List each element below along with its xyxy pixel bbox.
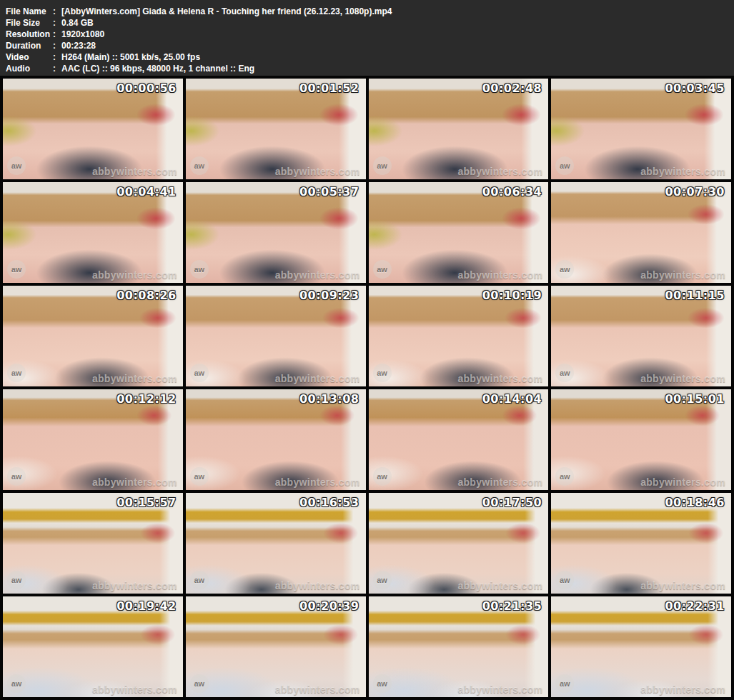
abbywinters-logo-icon: aw — [373, 364, 392, 382]
abbywinters-logo-icon: aw — [555, 467, 574, 486]
watermark-text: abbywinters.com — [457, 476, 542, 488]
timestamp-overlay: 00:22:31 — [665, 599, 725, 613]
metadata-value: AAC (LC) :: 96 kbps, 48000 Hz, 1 channel… — [61, 63, 728, 74]
metadata-label: Duration — [6, 40, 53, 51]
thumbnail: 00:01:52awabbywinters.com — [186, 79, 366, 179]
watermark-text: abbywinters.com — [275, 580, 360, 591]
watermark-text: abbywinters.com — [92, 269, 177, 281]
thumbnail: 00:00:56awabbywinters.com — [3, 79, 183, 179]
abbywinters-logo-icon: aw — [7, 674, 26, 693]
metadata-value: 0.84 GB — [61, 17, 728, 29]
timestamp-overlay: 00:00:56 — [116, 81, 177, 95]
metadata-row: Resolution:1920x1080 — [6, 29, 728, 40]
thumbnail: 00:13:08awabbywinters.com — [186, 389, 366, 490]
file-metadata: File Name:[AbbyWinters.com] Giada & Hele… — [0, 0, 734, 76]
metadata-row: File Name:[AbbyWinters.com] Giada & Hele… — [6, 6, 728, 17]
timestamp-overlay: 00:09:23 — [299, 289, 359, 302]
timestamp-overlay: 00:06:34 — [482, 185, 542, 199]
metadata-row: Audio:AAC (LC) :: 96 kbps, 48000 Hz, 1 c… — [6, 63, 728, 74]
watermark-text: abbywinters.com — [275, 476, 360, 488]
abbywinters-logo-icon: aw — [555, 364, 574, 382]
timestamp-overlay: 00:20:39 — [299, 599, 359, 613]
metadata-label: File Size — [6, 17, 53, 29]
timestamp-overlay: 00:19:42 — [116, 599, 177, 613]
abbywinters-logo-icon: aw — [7, 467, 26, 486]
metadata-separator: : — [53, 51, 61, 63]
thumbnail: 00:07:30awabbywinters.com — [551, 182, 731, 283]
abbywinters-logo-icon: aw — [7, 571, 26, 589]
timestamp-overlay: 00:07:30 — [665, 185, 725, 199]
watermark-text: abbywinters.com — [457, 269, 542, 281]
watermark-text: abbywinters.com — [92, 684, 177, 695]
abbywinters-logo-icon: aw — [190, 571, 209, 589]
abbywinters-logo-icon: aw — [373, 674, 392, 693]
metadata-row: Video:H264 (Main) :: 5001 kb/s, 25.00 fp… — [6, 51, 728, 63]
watermark-text: abbywinters.com — [275, 373, 360, 384]
thumbnail: 00:15:57awabbywinters.com — [3, 493, 183, 594]
watermark-text: abbywinters.com — [92, 373, 177, 384]
metadata-separator: : — [53, 6, 61, 17]
thumbnail: 00:03:45awabbywinters.com — [551, 79, 731, 179]
metadata-label: Video — [6, 51, 53, 63]
timestamp-overlay: 00:11:15 — [665, 289, 725, 302]
thumbnail: 00:12:12awabbywinters.com — [3, 389, 183, 490]
metadata-label: File Name — [6, 6, 53, 17]
watermark-text: abbywinters.com — [92, 476, 177, 488]
timestamp-overlay: 00:14:04 — [482, 392, 542, 406]
abbywinters-logo-icon: aw — [190, 467, 209, 486]
metadata-separator: : — [53, 63, 61, 74]
abbywinters-logo-icon: aw — [555, 674, 574, 693]
thumbnail: 00:14:04awabbywinters.com — [369, 389, 549, 490]
abbywinters-logo-icon: aw — [190, 674, 209, 693]
abbywinters-logo-icon: aw — [7, 364, 26, 382]
watermark-text: abbywinters.com — [640, 269, 725, 281]
watermark-text: abbywinters.com — [275, 684, 360, 695]
watermark-text: abbywinters.com — [640, 166, 725, 177]
thumbnail: 00:11:15awabbywinters.com — [551, 286, 731, 386]
metadata-value: 00:23:28 — [61, 40, 728, 51]
metadata-row: Duration:00:23:28 — [6, 40, 728, 51]
video-contact-sheet: File Name:[AbbyWinters.com] Giada & Hele… — [0, 0, 734, 700]
metadata-label: Resolution — [6, 29, 53, 40]
abbywinters-logo-icon: aw — [555, 156, 574, 175]
abbywinters-logo-icon: aw — [373, 467, 392, 486]
abbywinters-logo-icon: aw — [190, 260, 209, 279]
metadata-label: Audio — [6, 63, 53, 74]
timestamp-overlay: 00:05:37 — [299, 185, 359, 199]
timestamp-overlay: 00:01:52 — [299, 81, 359, 95]
watermark-text: abbywinters.com — [640, 684, 725, 695]
abbywinters-logo-icon: aw — [555, 260, 574, 279]
watermark-text: abbywinters.com — [457, 166, 542, 177]
watermark-text: abbywinters.com — [457, 373, 542, 384]
thumbnail: 00:20:39awabbywinters.com — [186, 596, 366, 697]
thumbnail: 00:09:23awabbywinters.com — [186, 286, 366, 386]
metadata-row: File Size:0.84 GB — [6, 17, 728, 29]
thumbnail: 00:17:50awabbywinters.com — [369, 493, 549, 594]
timestamp-overlay: 00:15:01 — [665, 392, 725, 406]
timestamp-overlay: 00:04:41 — [116, 185, 177, 199]
metadata-separator: : — [53, 17, 61, 29]
thumbnail: 00:04:41awabbywinters.com — [3, 182, 183, 283]
timestamp-overlay: 00:18:46 — [665, 496, 725, 509]
metadata-separator: : — [53, 40, 61, 51]
thumbnail-grid: 00:00:56awabbywinters.com00:01:52awabbyw… — [0, 76, 734, 700]
watermark-text: abbywinters.com — [275, 166, 360, 177]
abbywinters-logo-icon: aw — [7, 156, 26, 175]
metadata-value: H264 (Main) :: 5001 kb/s, 25.00 fps — [61, 51, 728, 63]
timestamp-overlay: 00:10:19 — [482, 289, 542, 302]
abbywinters-logo-icon: aw — [373, 260, 392, 279]
thumbnail: 00:10:19awabbywinters.com — [369, 286, 549, 386]
metadata-value: 1920x1080 — [61, 29, 728, 40]
abbywinters-logo-icon: aw — [7, 260, 26, 279]
watermark-text: abbywinters.com — [457, 580, 542, 591]
timestamp-overlay: 00:12:12 — [116, 392, 177, 406]
timestamp-overlay: 00:13:08 — [299, 392, 359, 406]
metadata-separator: : — [53, 29, 61, 40]
timestamp-overlay: 00:03:45 — [665, 81, 725, 95]
thumbnail: 00:19:42awabbywinters.com — [3, 596, 183, 697]
thumbnail: 00:18:46awabbywinters.com — [551, 493, 731, 594]
watermark-text: abbywinters.com — [275, 269, 360, 281]
timestamp-overlay: 00:17:50 — [482, 496, 542, 509]
watermark-text: abbywinters.com — [457, 684, 542, 695]
thumbnail: 00:06:34awabbywinters.com — [369, 182, 549, 283]
